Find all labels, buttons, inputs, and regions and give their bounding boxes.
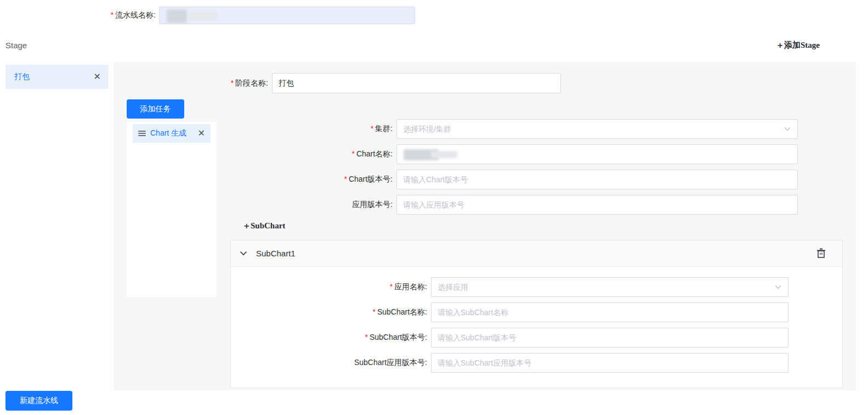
cluster-select[interactable] xyxy=(396,119,798,139)
subchart-name-input[interactable] xyxy=(431,302,788,322)
chart-name-label: *Chart名称: xyxy=(114,149,393,159)
stage-tab-dabao[interactable]: 打包 ✕ xyxy=(5,65,109,89)
subchart-name-label: *SubChart名称: xyxy=(231,307,427,317)
redacted-pipeline-name-trail xyxy=(188,12,217,20)
required-mark: * xyxy=(344,175,347,183)
subchart-card: SubChart1 *应用名称: xyxy=(230,240,843,388)
chevron-down-icon xyxy=(775,285,781,289)
required-mark: * xyxy=(371,124,373,133)
required-mark: * xyxy=(231,78,234,87)
pipeline-name-label: *流水线名称: xyxy=(0,10,156,20)
chart-name-input[interactable] xyxy=(396,144,798,164)
subchart-app-version-row: SubChart应用版本号: xyxy=(231,353,834,373)
subchart-version-field[interactable] xyxy=(438,333,782,342)
subchart-app-name-label: *应用名称: xyxy=(231,282,427,292)
subchart-app-name-field[interactable] xyxy=(438,283,782,291)
add-stage-button[interactable]: ＋添加Stage xyxy=(776,40,820,51)
pipeline-name-input[interactable] xyxy=(159,7,415,24)
subchart-app-version-input[interactable] xyxy=(431,353,788,373)
stage-name-input[interactable] xyxy=(272,73,561,93)
close-icon[interactable]: ✕ xyxy=(94,72,101,81)
required-mark: * xyxy=(373,307,376,316)
required-mark: * xyxy=(365,333,368,341)
cluster-row: *集群: xyxy=(114,119,810,139)
subchart-name-field[interactable] xyxy=(438,308,782,317)
stage-name-row: *阶段名称: xyxy=(114,73,717,93)
subchart-app-name-select[interactable] xyxy=(431,277,788,297)
subchart-name-row: *SubChart名称: xyxy=(231,302,834,322)
app-version-row: 应用版本号: xyxy=(114,195,810,215)
subchart-title: SubChart1 xyxy=(256,249,296,258)
redacted-pipeline-name xyxy=(167,9,187,23)
required-mark: * xyxy=(390,282,393,291)
subchart-header[interactable]: SubChart1 xyxy=(231,240,842,267)
stage-section-title: Stage xyxy=(5,41,27,50)
chart-version-field[interactable] xyxy=(403,175,791,184)
delete-trash-icon[interactable] xyxy=(816,248,826,259)
chart-version-input[interactable] xyxy=(396,170,798,189)
required-mark: * xyxy=(351,149,354,158)
stage-tab-label: 打包 xyxy=(14,72,94,82)
subchart-version-row: *SubChart版本号: xyxy=(231,328,834,347)
pipeline-editor-page: *流水线名称: Stage ＋添加Stage 打包 ✕ *阶段名称: 添加任务 … xyxy=(0,0,868,415)
add-subchart-button[interactable]: ＋SubChart xyxy=(242,221,285,231)
subchart-app-version-field[interactable] xyxy=(438,358,782,367)
cluster-select-field[interactable] xyxy=(403,125,791,133)
subchart-version-label: *SubChart版本号: xyxy=(231,333,427,343)
app-version-label: 应用版本号: xyxy=(114,200,393,210)
cluster-label: *集群: xyxy=(114,124,393,134)
app-version-field[interactable] xyxy=(403,200,791,209)
stage-editor-panel: *阶段名称: 添加任务 Chart 生成 ✕ *集群: xyxy=(114,62,856,390)
redacted-chart-name-trail xyxy=(431,151,457,158)
subchart-app-version-label: SubChart应用版本号: xyxy=(231,358,427,368)
subchart-app-name-row: *应用名称: xyxy=(231,277,834,297)
chart-version-row: *Chart版本号: xyxy=(114,170,810,189)
chart-name-row: *Chart名称: xyxy=(114,144,810,164)
chevron-down-icon xyxy=(784,127,791,131)
collapse-chevron-icon[interactable] xyxy=(240,251,247,256)
app-version-input[interactable] xyxy=(396,195,798,215)
create-pipeline-button[interactable]: 新建流水线 xyxy=(5,391,72,411)
add-task-button[interactable]: 添加任务 xyxy=(127,99,184,119)
chart-version-label: *Chart版本号: xyxy=(114,175,393,184)
subchart-version-input[interactable] xyxy=(431,328,788,347)
stage-name-input-field[interactable] xyxy=(279,79,554,88)
required-mark: * xyxy=(111,10,114,19)
stage-name-label: *阶段名称: xyxy=(114,78,268,88)
